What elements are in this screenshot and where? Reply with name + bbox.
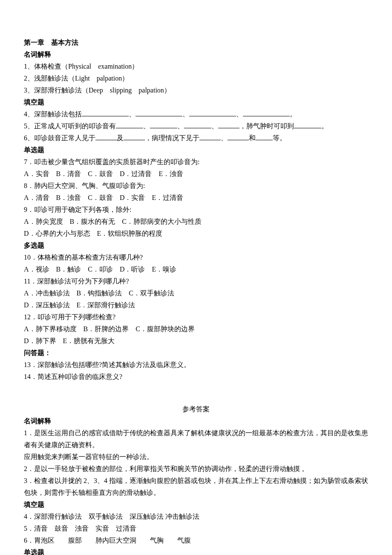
fill-blank bbox=[124, 132, 145, 140]
fill-blank bbox=[294, 120, 321, 128]
fill-blank bbox=[184, 120, 211, 128]
answers-title: 参考答案 bbox=[24, 403, 368, 415]
fill-6-sep1: 、 bbox=[221, 134, 228, 142]
fill-6-mid: ，病理情况下见于 bbox=[145, 134, 199, 142]
section-multi-heading: 多选题 bbox=[24, 240, 368, 251]
fill-5-sep: 、 bbox=[211, 122, 218, 130]
multi-q12: 12．叩诊可用于下列哪些检查? bbox=[24, 311, 368, 323]
multi-q12-options-2: D．肺下界 E．膀胱有无胀大 bbox=[24, 335, 368, 347]
section-terms-heading: 名词解释 bbox=[24, 49, 368, 61]
multi-q10: 10．体格检查的基本检查方法有哪几种? bbox=[24, 251, 368, 263]
term-item-1: 1、体格检查（Physical examination） bbox=[24, 61, 368, 72]
fill-5-sep: 、 bbox=[177, 122, 184, 130]
fill-4-end: 。 bbox=[290, 110, 297, 118]
ans-term-1-line2: 应用触觉来判断某一器官特征的一种诊法。 bbox=[24, 451, 368, 463]
ans-term-2: 2．是以一手轻放于被检查的部位，利用掌指关节和腕关节的协调动作，轻柔的进行滑动触… bbox=[24, 463, 368, 475]
single-q9: 9．叩诊可用于确定下列各项，除外: bbox=[24, 204, 368, 216]
section-fill-heading: 填空题 bbox=[24, 96, 368, 108]
fill-blank bbox=[218, 120, 239, 128]
fill-blank bbox=[243, 108, 290, 116]
fill-4-sep: 、 bbox=[236, 110, 243, 118]
fill-5-end: 。 bbox=[321, 122, 328, 130]
single-q9-options-2: D．心界的大小与形态 E．软组织肿胀的程度 bbox=[24, 228, 368, 240]
ans-fill-6: 6．胃泡区 腹部 肺内巨大空洞 气胸 气腹 bbox=[24, 535, 368, 546]
fill-blank bbox=[199, 132, 221, 140]
fill-blank bbox=[116, 120, 143, 128]
single-q9-options-1: A．肺尖宽度 B．腹水的有无 C．肺部病变的大小与性质 bbox=[24, 216, 368, 228]
fill-blank bbox=[135, 108, 182, 116]
single-q7: 7．叩击被少量含气组织覆盖的实质脏器时产生的叩诊音为: bbox=[24, 156, 368, 168]
section-qa-heading: 问答题： bbox=[24, 347, 368, 359]
fill-4-sep: 、 bbox=[129, 110, 135, 118]
fill-6-sep2: 和 bbox=[249, 134, 256, 142]
term-item-2: 2、浅部触诊法（Light palpation） bbox=[24, 72, 368, 84]
ans-fill-heading: 填空题 bbox=[24, 499, 368, 511]
fill-question-5: 5、正常成人可听到的叩诊音有、、、，肺气肿时可叩到。 bbox=[24, 120, 368, 132]
fill-6-end: 等。 bbox=[273, 134, 286, 142]
single-q8-options: A．清音 B．浊音 C．鼓音 D．实音 E．过清音 bbox=[24, 192, 368, 204]
multi-q11-options-2: D．深压触诊法 E．深部滑行触诊法 bbox=[24, 299, 368, 311]
fill-question-4: 4、深部触诊法包括、、、。 bbox=[24, 108, 368, 120]
ans-single-heading: 单选题 bbox=[24, 546, 368, 555]
fill-5-mid: ，肺气肿时可叩到 bbox=[239, 122, 294, 130]
section-single-heading: 单选题 bbox=[24, 144, 368, 156]
fill-blank bbox=[82, 108, 129, 116]
chapter-title: 第一章 基本方法 bbox=[24, 37, 368, 49]
fill-blank bbox=[95, 132, 117, 140]
fill-question-6: 6、叩诊鼓音正常人见于及，病理情况下见于、和等。 bbox=[24, 132, 368, 144]
term-item-3: 3、深部滑行触诊法（Deep slipping palpation） bbox=[24, 84, 368, 96]
fill-4-sep: 、 bbox=[182, 110, 189, 118]
fill-blank bbox=[189, 108, 236, 116]
fill-blank bbox=[150, 120, 177, 128]
ans-fill-4: 4．深部滑行触诊法 双手触诊法 深压触诊法 冲击触诊法 bbox=[24, 511, 368, 523]
single-q8: 8．肺内巨大空洞、气胸、气腹叩诊音为: bbox=[24, 180, 368, 192]
ans-terms-heading: 名词解释 bbox=[24, 415, 368, 427]
fill-5-prefix: 5、正常成人可听到的叩诊音有 bbox=[24, 122, 116, 130]
single-q7-options: A．实音 B．清音 C．鼓音 D．过清音 E．浊音 bbox=[24, 168, 368, 180]
multi-q10-options: A．视诊 B．触诊 C．叩诊 D．听诊 E．嗅诊 bbox=[24, 263, 368, 275]
multi-q11-options-1: A．冲击触诊法 B．钩指触诊法 C．双手触诊法 bbox=[24, 287, 368, 299]
multi-q11: 11．深部触诊法可分为下列哪几种? bbox=[24, 275, 368, 287]
qa-q14: 14．简述五种叩诊音的临床意义? bbox=[24, 371, 368, 383]
fill-blank bbox=[256, 132, 273, 140]
fill-5-sep: 、 bbox=[143, 122, 150, 130]
fill-4-prefix: 4、深部触诊法包括 bbox=[24, 110, 82, 118]
qa-q13: 13．深部触诊法包括哪些?简述其触诊方法及临床意义。 bbox=[24, 359, 368, 371]
ans-fill-5: 5．清音 鼓音 浊音 实音 过清音 bbox=[24, 523, 368, 535]
fill-6-and: 及 bbox=[117, 134, 124, 142]
ans-term-1-line1: 1．是医生运用自己的感官或借助于传统的检查器具来了解机体健康状况的一组最基本的检… bbox=[24, 427, 368, 451]
multi-q12-options-1: A．肺下界移动度 B．肝脾的边界 C．腹部肿块的边界 bbox=[24, 323, 368, 335]
ans-term-3: 3．检查者以并拢的 2、3、4 指端，逐渐触向腹腔的脏器或包块，并在其上作上下左… bbox=[24, 475, 368, 499]
fill-blank bbox=[228, 132, 249, 140]
fill-6-prefix: 6、叩诊鼓音正常人见于 bbox=[24, 134, 95, 142]
